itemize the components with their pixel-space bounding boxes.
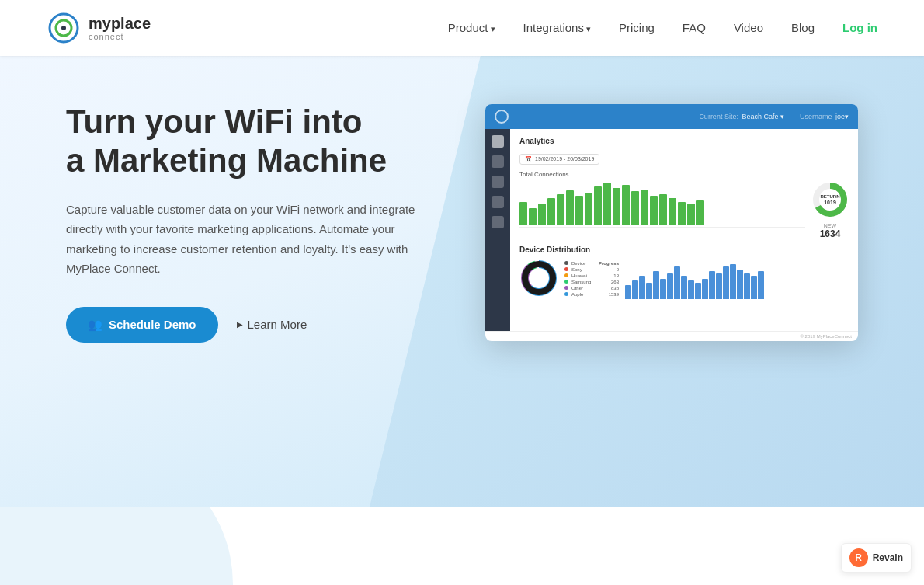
bar-chart-bar bbox=[566, 190, 574, 225]
device-bar bbox=[737, 270, 743, 299]
nav-item-blog[interactable]: Blog bbox=[791, 21, 815, 35]
username-label: Username joe▾ bbox=[800, 113, 849, 120]
new-stat: NEW 1634 bbox=[820, 223, 841, 239]
device-bar bbox=[681, 276, 687, 299]
hero-section: Turn your WiFi into a Marketing Machine … bbox=[0, 56, 924, 507]
nav-item-integrations[interactable]: Integrations bbox=[523, 21, 591, 35]
bar-chart-bar bbox=[557, 194, 564, 225]
nav-item-video[interactable]: Video bbox=[734, 21, 763, 35]
dash-sidebar-icon-5 bbox=[492, 216, 504, 228]
bar-chart-bar bbox=[687, 204, 695, 225]
nav-link-faq[interactable]: FAQ bbox=[683, 21, 706, 34]
hero-image: Current Site: Beach Cafe ▾ Username joe▾ bbox=[470, 104, 858, 341]
bar-chart-bar bbox=[603, 183, 611, 225]
device-bar bbox=[625, 285, 631, 299]
nav-link-product[interactable]: Product bbox=[448, 21, 495, 34]
learn-more-button[interactable]: Learn More bbox=[237, 318, 307, 331]
device-bar bbox=[653, 271, 659, 299]
bar-chart-bar bbox=[594, 186, 602, 225]
bar-chart-bar bbox=[678, 202, 686, 225]
logo-sub: connect bbox=[89, 32, 151, 41]
device-legend: DeviceProgress Sony0 Huawei13 Samsung263… bbox=[564, 261, 619, 298]
device-bar bbox=[730, 264, 736, 299]
svg-text:RETURN: RETURN bbox=[821, 194, 840, 199]
bar-chart-bar bbox=[669, 198, 676, 225]
revain-label: Revain bbox=[873, 552, 903, 563]
dash-sidebar-icon-4 bbox=[492, 196, 504, 208]
users-icon: 👥 bbox=[88, 318, 102, 332]
device-bar bbox=[751, 276, 757, 299]
bar-chart-bar bbox=[631, 191, 639, 225]
bar-chart-bar bbox=[529, 208, 537, 225]
device-bar bbox=[667, 273, 673, 299]
nav-item-faq[interactable]: FAQ bbox=[683, 21, 706, 35]
device-bar bbox=[744, 273, 750, 299]
revain-icon: R bbox=[849, 548, 868, 567]
nav-link-video[interactable]: Video bbox=[734, 21, 763, 34]
dash-sidebar-icon-3 bbox=[492, 176, 504, 188]
nav-item-product[interactable]: Product bbox=[448, 21, 495, 35]
bar-chart-bar bbox=[547, 198, 555, 225]
device-bar-chart bbox=[625, 260, 849, 299]
nav-item-pricing[interactable]: Pricing bbox=[619, 21, 655, 35]
logo[interactable]: myplace connect bbox=[47, 11, 151, 45]
hero-text-block: Turn your WiFi into a Marketing Machine … bbox=[66, 103, 423, 343]
device-bar bbox=[646, 283, 652, 299]
learn-more-label: Learn More bbox=[248, 318, 307, 331]
bar-chart-bar bbox=[641, 190, 648, 225]
navbar: myplace connect Product Integrations Pri… bbox=[0, 0, 924, 56]
bar-chart-bar bbox=[519, 202, 527, 225]
dash-topbar-info: Current Site: Beach Cafe ▾ Username joe▾ bbox=[699, 113, 849, 120]
current-site-label: Current Site: Beach Cafe ▾ bbox=[699, 113, 784, 120]
svg-point-2 bbox=[61, 26, 66, 30]
device-bar bbox=[660, 279, 666, 299]
date-filter[interactable]: 📅 19/02/2019 - 20/03/2019 bbox=[519, 154, 599, 165]
hero-description: Capture valuable customer data on your W… bbox=[66, 200, 423, 279]
lower-section: Built for UniFi bbox=[0, 507, 924, 585]
bar-chart-bar bbox=[696, 200, 704, 225]
lower-circle-bg bbox=[0, 507, 233, 585]
schedule-demo-label: Schedule Demo bbox=[109, 318, 196, 331]
logo-name: myplace bbox=[89, 15, 151, 32]
device-bar bbox=[632, 280, 638, 299]
device-bar bbox=[695, 283, 701, 299]
dash-logo-icon bbox=[495, 110, 509, 124]
dash-sidebar-icon-2 bbox=[492, 155, 504, 168]
device-bar bbox=[723, 266, 729, 298]
dash-sidebar-icon-1 bbox=[492, 135, 504, 148]
schedule-demo-button[interactable]: 👥 Schedule Demo bbox=[66, 307, 218, 343]
device-donut bbox=[519, 259, 558, 301]
nav-link-blog[interactable]: Blog bbox=[791, 21, 815, 34]
bar-chart-bar bbox=[585, 193, 592, 225]
svg-point-10 bbox=[525, 264, 553, 292]
nav-item-login[interactable]: Log in bbox=[842, 21, 877, 35]
bar-chart-bar bbox=[659, 194, 667, 225]
nav-links: Product Integrations Pricing FAQ Video B… bbox=[448, 21, 877, 35]
nav-link-integrations[interactable]: Integrations bbox=[523, 21, 591, 34]
bar-chart-bar bbox=[613, 188, 620, 225]
device-bar bbox=[702, 279, 708, 299]
device-bar bbox=[674, 266, 680, 298]
device-distribution: Device Distribution bbox=[519, 245, 849, 301]
svg-text:1019: 1019 bbox=[824, 200, 836, 205]
device-bar bbox=[716, 273, 722, 299]
dashboard-screenshot: Current Site: Beach Cafe ▾ Username joe▾ bbox=[485, 104, 858, 341]
bar-chart-bar bbox=[575, 196, 583, 225]
bar-chart-bar bbox=[650, 196, 658, 225]
bar-chart-bar bbox=[622, 185, 630, 225]
device-bar bbox=[758, 271, 764, 299]
dash-main: Analytics 📅 19/02/2019 - 20/03/2019 Tota… bbox=[510, 129, 858, 331]
revain-badge[interactable]: R Revain bbox=[841, 543, 912, 573]
total-connections-label: Total Connections bbox=[519, 171, 849, 178]
nav-link-login[interactable]: Log in bbox=[842, 21, 877, 34]
bar-chart-bar bbox=[538, 204, 546, 225]
device-bar bbox=[688, 280, 694, 299]
analytics-title: Analytics bbox=[519, 137, 849, 145]
nav-link-pricing[interactable]: Pricing bbox=[619, 21, 655, 34]
dash-footer: © 2019 MyPlaceConnect bbox=[485, 331, 858, 341]
dash-sidebar bbox=[485, 129, 510, 331]
dash-body: Analytics 📅 19/02/2019 - 20/03/2019 Tota… bbox=[485, 129, 858, 331]
hero-title: Turn your WiFi into a Marketing Machine bbox=[66, 103, 423, 181]
device-bar bbox=[639, 276, 645, 299]
hero-buttons: 👥 Schedule Demo Learn More bbox=[66, 307, 423, 343]
